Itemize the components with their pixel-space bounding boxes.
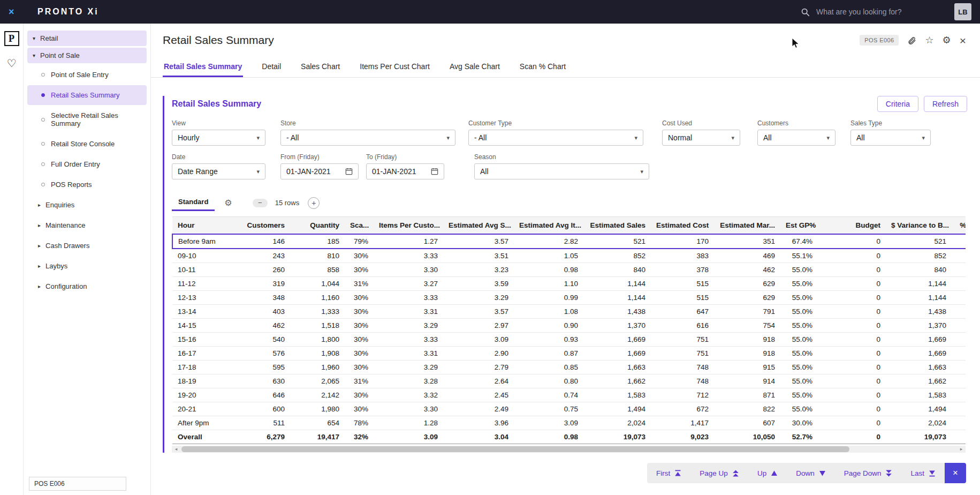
table-cell[interactable]: 2.82 [514, 234, 583, 249]
table-cell[interactable]: 751 [651, 347, 714, 361]
table-cell[interactable]: 840 [886, 263, 952, 277]
table-cell[interactable]: 3.09 [443, 333, 514, 347]
table-cell[interactable]: 55.0% [780, 263, 818, 277]
table-cell[interactable]: 18-19 [172, 374, 237, 388]
store-select[interactable]: - All ▾ [280, 130, 455, 146]
table-cell[interactable]: 810 [290, 249, 345, 263]
column-header[interactable]: Estimated Sales [583, 217, 651, 235]
table-cell[interactable]: 646 [237, 388, 290, 402]
table-cell[interactable]: 19-20 [172, 388, 237, 402]
table-cell[interactable] [952, 347, 966, 361]
table-cell[interactable] [952, 249, 966, 263]
table-cell[interactable]: 55.0% [780, 305, 818, 319]
table-cell[interactable]: 2.49 [443, 402, 514, 416]
settings-gear-icon[interactable]: ⚙ [943, 35, 951, 45]
table-cell[interactable]: 1,144 [886, 277, 952, 291]
column-header[interactable]: Budget [818, 217, 886, 235]
table-cell[interactable]: 3.29 [443, 291, 514, 305]
table-cell[interactable]: 600 [237, 402, 290, 416]
table-row[interactable]: 10-1126085830%3.303.230.9884037846255.0%… [172, 263, 966, 277]
table-cell[interactable]: 654 [290, 416, 345, 430]
sidebar-group-laybys[interactable]: ▸ Laybys [27, 256, 147, 276]
table-row[interactable]: Before 9am14618579%1.273.572.82521170351… [172, 234, 966, 249]
calendar-icon[interactable] [431, 168, 438, 175]
table-row[interactable]: 15-165401,80030%3.333.090.931,6697519185… [172, 333, 966, 347]
table-cell[interactable]: 822 [714, 402, 780, 416]
table-cell[interactable]: 0 [818, 333, 886, 347]
table-cell[interactable]: 17-18 [172, 361, 237, 374]
table-cell[interactable]: 11-12 [172, 277, 237, 291]
page-up-button[interactable]: Page Up [690, 463, 748, 483]
date-from-input[interactable]: 01-JAN-2021 [280, 163, 359, 179]
avatar[interactable]: LB [954, 3, 971, 20]
column-header[interactable]: Sca... [345, 217, 374, 235]
table-cell[interactable]: 3.33 [374, 249, 443, 263]
table-cell[interactable]: 2.90 [443, 347, 514, 361]
table-cell[interactable]: 630 [237, 374, 290, 388]
table-row[interactable]: 18-196302,06531%3.282.640.801,6627489145… [172, 374, 966, 388]
table-cell[interactable]: 0.74 [514, 388, 583, 402]
table-cell[interactable]: 1,494 [583, 402, 651, 416]
criteria-button[interactable]: Criteria [877, 96, 918, 112]
table-cell[interactable]: 1,669 [886, 333, 952, 347]
table-cell[interactable]: Before 9am [172, 234, 237, 249]
table-cell[interactable]: 3.29 [374, 319, 443, 333]
table-cell[interactable]: 915 [714, 361, 780, 374]
table-cell[interactable]: 55.0% [780, 374, 818, 388]
table-cell[interactable]: 0 [818, 347, 886, 361]
table-cell[interactable]: 30% [345, 402, 374, 416]
table-cell[interactable]: 840 [583, 263, 651, 277]
table-cell[interactable]: 3.33 [374, 291, 443, 305]
table-cell[interactable]: 1.08 [514, 305, 583, 319]
grid-view-tab-standard[interactable]: Standard [172, 194, 215, 211]
table-cell[interactable]: 2,024 [886, 416, 952, 430]
table-cell[interactable]: 751 [651, 333, 714, 347]
table-cell[interactable]: 1.27 [374, 234, 443, 249]
tab-avg-sale-chart[interactable]: Avg Sale Chart [449, 56, 501, 77]
table-cell[interactable]: 0 [818, 402, 886, 416]
table-cell[interactable]: 1,583 [583, 388, 651, 402]
table-cell[interactable]: 1,663 [886, 361, 952, 374]
table-cell[interactable]: 260 [237, 263, 290, 277]
table-cell[interactable]: 540 [237, 333, 290, 347]
table-cell[interactable]: 79% [345, 234, 374, 249]
sidebar-item-full-order-entry[interactable]: Full Order Entry [27, 154, 147, 174]
table-cell[interactable]: 576 [237, 347, 290, 361]
global-search[interactable] [801, 8, 939, 17]
table-cell[interactable]: 319 [237, 277, 290, 291]
table-cell[interactable]: 30.0% [780, 416, 818, 430]
table-cell[interactable]: 20-21 [172, 402, 237, 416]
table-cell[interactable]: 0 [818, 388, 886, 402]
table-cell[interactable]: 55.0% [780, 291, 818, 305]
table-cell[interactable]: 914 [714, 374, 780, 388]
table-cell[interactable]: 3.31 [374, 347, 443, 361]
table-cell[interactable]: 55.0% [780, 347, 818, 361]
table-cell[interactable]: 3.23 [443, 263, 514, 277]
date-mode-select[interactable]: Date Range ▾ [172, 163, 265, 179]
column-header[interactable]: $ Variance to B... [886, 217, 952, 235]
table-cell[interactable] [952, 402, 966, 416]
table-cell[interactable]: 3.59 [443, 277, 514, 291]
table-cell[interactable]: 348 [237, 291, 290, 305]
table-cell[interactable]: 1.05 [514, 249, 583, 263]
column-header[interactable]: Estimated Cost [651, 217, 714, 235]
sidebar-item-selective-retail-sales-summary[interactable]: Selective Retail Sales Summary [27, 106, 147, 133]
table-cell[interactable]: 1,144 [583, 291, 651, 305]
table-cell[interactable]: 0 [818, 361, 886, 374]
table-cell[interactable] [952, 234, 966, 249]
table-cell[interactable]: 1,908 [290, 347, 345, 361]
sidebar-section-point-of-sale[interactable]: ▾ Point of Sale [27, 48, 147, 63]
table-cell[interactable] [952, 319, 966, 333]
table-row[interactable]: 11-123191,04431%3.273.591.101,1445156295… [172, 277, 966, 291]
table-cell[interactable]: 0 [818, 277, 886, 291]
table-cell[interactable]: 3.30 [374, 402, 443, 416]
table-cell[interactable]: 1,669 [886, 347, 952, 361]
table-cell[interactable]: 30% [345, 333, 374, 347]
table-cell[interactable]: 595 [237, 361, 290, 374]
favourite-star-icon[interactable]: ☆ [925, 35, 933, 45]
table-cell[interactable]: 0 [818, 291, 886, 305]
table-cell[interactable]: 0 [818, 305, 886, 319]
table-cell[interactable]: 858 [290, 263, 345, 277]
table-cell[interactable]: 0 [818, 374, 886, 388]
table-cell[interactable]: 3.51 [443, 249, 514, 263]
